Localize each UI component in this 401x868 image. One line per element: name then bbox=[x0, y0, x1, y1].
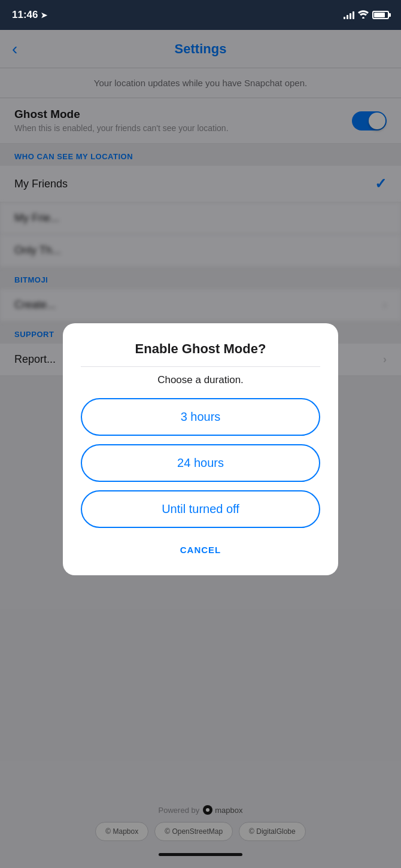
signal-bars-icon bbox=[344, 11, 354, 19]
modal-divider bbox=[81, 366, 320, 367]
option-3-hours-button[interactable]: 3 hours bbox=[81, 398, 320, 436]
option-24-hours-button[interactable]: 24 hours bbox=[81, 444, 320, 482]
modal-options: 3 hours 24 hours Until turned off bbox=[81, 398, 320, 528]
option-until-turned-off-button[interactable]: Until turned off bbox=[81, 490, 320, 528]
location-arrow-icon: ➤ bbox=[41, 11, 47, 20]
wifi-icon bbox=[358, 10, 369, 20]
time-display: 11:46 bbox=[12, 9, 38, 21]
modal-title: Enable Ghost Mode? bbox=[135, 341, 266, 357]
modal-overlay: Enable Ghost Mode? Choose a duration. 3 … bbox=[0, 30, 401, 868]
settings-screen: ‹ Settings Your location updates while y… bbox=[0, 30, 401, 868]
modal-subtitle: Choose a duration. bbox=[157, 374, 244, 386]
status-right bbox=[344, 10, 389, 20]
status-bar: 11:46 ➤ bbox=[0, 0, 401, 30]
battery-icon bbox=[372, 11, 389, 19]
svg-point-0 bbox=[362, 17, 364, 19]
ghost-mode-modal: Enable Ghost Mode? Choose a duration. 3 … bbox=[63, 323, 338, 575]
status-left: 11:46 ➤ bbox=[12, 9, 47, 21]
cancel-button[interactable]: CANCEL bbox=[168, 539, 233, 561]
